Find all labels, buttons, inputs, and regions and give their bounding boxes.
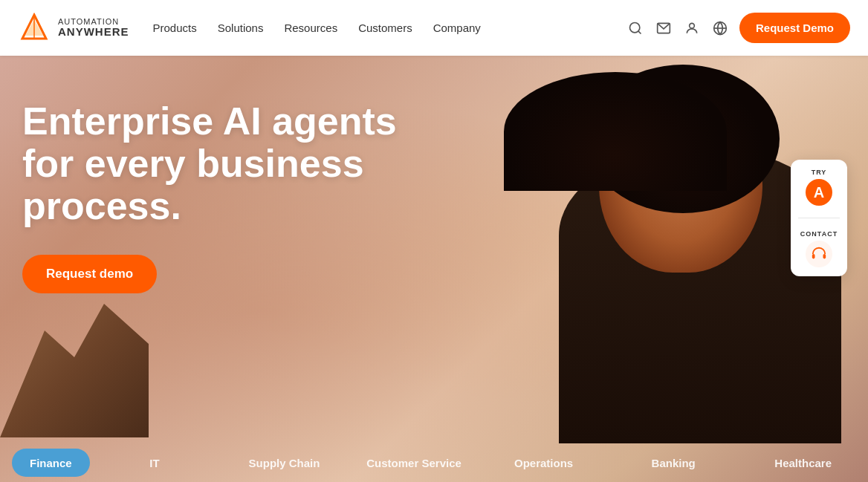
tab-it[interactable]: IT [90, 443, 220, 482]
logo-line2: ANYWHERE [58, 26, 129, 39]
svg-rect-10 [823, 254, 826, 258]
tab-operations[interactable]: Operations [479, 443, 609, 482]
nav-customers[interactable]: Customers [358, 22, 412, 34]
request-demo-button[interactable]: Request Demo [739, 13, 850, 43]
mail-button[interactable] [656, 21, 671, 36]
user-icon [684, 21, 699, 36]
hero-headline: Enterprise AI agents for every business … [22, 100, 483, 228]
bottom-tabs: Finance IT Supply Chain Customer Service… [0, 443, 868, 482]
globe-icon [713, 21, 728, 36]
contact-widget-item[interactable]: CONTACT [800, 230, 838, 267]
nav-solutions[interactable]: Solutions [218, 22, 264, 34]
try-icon: A [806, 179, 832, 206]
hero-section: Enterprise AI agents for every business … [0, 56, 868, 482]
try-widget-item[interactable]: TRY A [806, 169, 832, 206]
tab-healthcare[interactable]: Healthcare [738, 443, 868, 482]
tab-customer-service[interactable]: Customer Service [349, 443, 479, 482]
contact-label: CONTACT [800, 230, 838, 238]
hero-cta-button[interactable]: Request demo [22, 255, 157, 293]
hero-content: Enterprise AI agents for every business … [22, 100, 483, 293]
search-icon [628, 21, 643, 36]
logo[interactable]: AUTOMATION ANYWHERE [18, 12, 129, 45]
nav-products[interactable]: Products [153, 22, 197, 34]
widget-divider [798, 218, 840, 218]
logo-text: AUTOMATION ANYWHERE [58, 17, 129, 39]
svg-point-3 [629, 22, 639, 32]
globe-button[interactable] [713, 21, 728, 36]
tab-finance[interactable]: Finance [12, 449, 90, 477]
hero-headline-line1: Enterprise AI agents [22, 100, 397, 143]
svg-rect-9 [812, 254, 815, 258]
tab-banking[interactable]: Banking [609, 443, 739, 482]
search-button[interactable] [628, 21, 643, 36]
tab-supply-chain[interactable]: Supply Chain [219, 443, 349, 482]
nav-links: Products Solutions Resources Customers C… [153, 22, 628, 34]
nav-resources[interactable]: Resources [284, 22, 337, 34]
headset-icon [811, 246, 827, 262]
navbar: AUTOMATION ANYWHERE Products Solutions R… [0, 0, 868, 56]
try-label: TRY [812, 169, 827, 176]
try-icon-letter: A [814, 184, 824, 201]
nav-company[interactable]: Company [433, 22, 481, 34]
user-button[interactable] [684, 21, 699, 36]
nav-icons [628, 21, 728, 36]
svg-point-6 [690, 23, 695, 28]
hero-headline-line2: for every business process. [22, 142, 364, 227]
svg-line-4 [638, 30, 641, 33]
logo-icon [18, 12, 51, 45]
contact-icon [806, 241, 832, 267]
mail-icon [656, 21, 671, 36]
side-widget: TRY A CONTACT [791, 160, 847, 276]
